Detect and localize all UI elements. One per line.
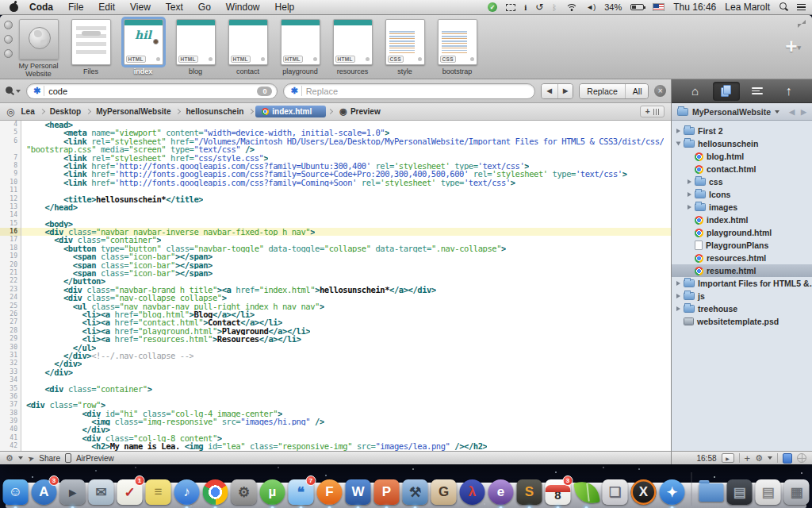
dock-documents-folder-icon[interactable] — [698, 479, 725, 506]
sidebar-forward-button[interactable]: ▶ — [801, 108, 806, 116]
apple-menu-icon[interactable] — [10, 3, 18, 12]
code-line[interactable] — [21, 393, 26, 401]
site-tab-files[interactable]: Files — [68, 19, 113, 79]
code-line[interactable]: <img class="img-responsive" src="images/… — [21, 418, 324, 425]
file-tree-item-images[interactable]: images — [672, 201, 812, 214]
dock-racket-icon[interactable]: λ — [459, 479, 486, 506]
breadcrumb-active-file[interactable]: index.html — [255, 106, 326, 117]
disclosure-triangle[interactable] — [688, 205, 691, 210]
dock-utorrent-icon[interactable]: µ — [259, 479, 286, 506]
code-line[interactable]: "bootstrap.css" media="screen" type="tex… — [21, 145, 255, 153]
dock-browser-stack-icon[interactable]: ▤ — [755, 479, 782, 506]
file-tree-item-resources-html[interactable]: resources.html — [672, 252, 812, 264]
sidebar-tab-home[interactable]: ⌂ — [682, 82, 709, 101]
file-tree-item-websitetemplate-psd[interactable]: websitetemplate.psd — [672, 315, 812, 328]
sidebar-root-bar[interactable]: MyPersonalWebsite ◀▶ — [672, 103, 812, 121]
code-line[interactable]: <div class="navbar navbar-inverse navbar… — [21, 228, 315, 236]
site-tab-index[interactable]: hilHTMLindex — [121, 19, 166, 79]
code-line[interactable]: <link rel="stylesheet" href="/Volumes/Ma… — [21, 137, 664, 145]
dock-app-stack-icon[interactable]: ▤ — [726, 479, 753, 506]
code-line[interactable]: <link rel="stylesheet" href="css/style.c… — [21, 154, 268, 162]
code-line[interactable]: </ul> — [21, 344, 96, 352]
close-window-button[interactable] — [4, 21, 13, 29]
site-tab-playground[interactable]: HTMLplayground — [278, 19, 323, 79]
code-line[interactable]: <li><a href="contact.html">Contact</a></… — [21, 318, 282, 326]
code-line[interactable]: <span class="icon-bar"></span> — [21, 269, 213, 277]
info-menu-icon[interactable]: i — [524, 2, 527, 12]
fullscreen-icon[interactable] — [798, 20, 806, 28]
code-line[interactable]: </div> — [21, 368, 73, 376]
site-tab-style[interactable]: CSSstyle — [382, 19, 427, 79]
add-file-button[interactable]: + — [745, 452, 751, 464]
code-line[interactable]: </head> — [21, 203, 78, 211]
code-line[interactable]: </div> — [21, 360, 82, 368]
disclosure-triangle[interactable] — [688, 192, 691, 197]
disclosure-triangle[interactable] — [676, 281, 680, 286]
dock-firefox-icon[interactable]: F — [316, 479, 343, 506]
code-line[interactable]: <link href='http://fonts.googleapis.com/… — [21, 162, 529, 170]
dock-xcode-icon[interactable]: ⚒ — [402, 479, 429, 506]
menu-help[interactable]: Help — [275, 2, 295, 13]
add-tab-button[interactable]: +▾ — [785, 38, 801, 56]
dock-eclipse-icon[interactable]: e — [488, 479, 515, 506]
zoom-window-button[interactable] — [4, 49, 13, 58]
input-language-flag-icon[interactable] — [653, 3, 665, 11]
volume-icon[interactable]: ◄) — [586, 3, 596, 11]
code-line[interactable]: <span class="icon-bar"></span> — [21, 261, 213, 269]
find-options-button[interactable] — [5, 87, 21, 96]
site-tab-resources[interactable]: HTMLresources — [330, 19, 375, 79]
disclosure-triangle[interactable] — [676, 294, 680, 298]
file-tree-item-css[interactable]: css — [672, 175, 812, 188]
site-tab-bootstrap[interactable]: CSSbootstrap — [435, 19, 480, 79]
file-tree-item-first-2[interactable]: First 2 — [672, 125, 812, 137]
code-line[interactable] — [21, 187, 26, 194]
sidebar-back-button[interactable]: ◀ — [789, 108, 795, 116]
code-line[interactable]: <title>hellosunschein*</title> — [21, 195, 203, 203]
code-line[interactable]: <link href='http://fonts.googleapis.com/… — [21, 170, 627, 178]
dock-mail-icon[interactable]: ✉ — [88, 479, 115, 506]
time-machine-icon[interactable]: ↺ — [535, 2, 543, 13]
dock-calendar-icon[interactable]: 83 — [545, 479, 572, 506]
dock-chrome-icon[interactable] — [202, 479, 229, 506]
code-line[interactable]: <div class="container"> — [21, 236, 161, 244]
dock-word-icon[interactable]: W — [345, 479, 372, 506]
dock-coda-icon[interactable] — [573, 479, 600, 506]
wildcard-icon[interactable]: ✱ — [289, 86, 301, 96]
code-line[interactable]: </div> — [21, 425, 110, 433]
disclosure-triangle[interactable] — [676, 142, 681, 146]
code-editor[interactable]: 4 <head>5 <meta name="viewport" content=… — [0, 121, 671, 451]
dock-photo-booth-icon[interactable]: ❏ — [602, 479, 629, 506]
sync-status-icon[interactable]: ✓ — [488, 2, 497, 12]
site-tab-blog[interactable]: HTMLblog — [173, 19, 218, 79]
search-input[interactable]: ✱ code 0 — [26, 83, 278, 99]
dock-trash-icon[interactable]: ▦ — [783, 479, 810, 506]
code-line[interactable]: <div id="hi" class="col-lg-4 image-cente… — [21, 410, 282, 418]
gear-icon[interactable]: ⚙ — [755, 453, 763, 464]
sidebar-tab-files[interactable] — [713, 82, 740, 101]
dock-powerpoint-icon[interactable]: P — [373, 479, 400, 506]
publish-play-icon[interactable]: ▶ — [722, 453, 734, 463]
menu-go[interactable]: Go — [198, 2, 211, 13]
replace-input[interactable]: ✱ Replace — [283, 83, 534, 99]
code-line[interactable]: <li><a href="blog.html">Blog</a></li> — [21, 310, 255, 318]
code-line[interactable]: <div class="navbar-brand h_title"><a hre… — [21, 286, 436, 294]
file-tree-item-contact-html[interactable]: contact.html — [672, 163, 812, 175]
path-root-icon[interactable]: ◎ — [6, 106, 14, 117]
menu-clock[interactable]: Thu 16:46 — [673, 2, 716, 13]
preview-button[interactable]: ◉Preview — [339, 106, 380, 117]
code-line[interactable]: <h2>My name is Lea. <img id="lea" class=… — [21, 442, 487, 450]
dock-messages-icon[interactable]: ❝7 — [288, 479, 315, 506]
find-previous-button[interactable]: ◀ — [542, 84, 557, 98]
airpreview-button[interactable]: AirPreview — [76, 454, 114, 463]
menu-file[interactable]: File — [68, 2, 83, 13]
file-tree-item-resume-html[interactable]: resume.html — [672, 264, 812, 277]
notification-center-icon[interactable] — [797, 4, 806, 11]
dock-github-icon[interactable]: G — [431, 479, 458, 506]
split-editor-button[interactable]: + — [640, 106, 665, 117]
bluetooth-icon[interactable]: ᛒ — [552, 3, 557, 12]
code-line[interactable] — [21, 211, 26, 219]
code-line[interactable]: <li><a href="resources.html">Resources</… — [21, 335, 301, 343]
menu-coda[interactable]: Coda — [29, 2, 53, 13]
breadcrumb-mypersonalwebsite[interactable]: MyPersonalWebsite — [93, 107, 174, 116]
code-line[interactable]: <ul class="nav navbar-nav pull-right ind… — [21, 302, 324, 310]
